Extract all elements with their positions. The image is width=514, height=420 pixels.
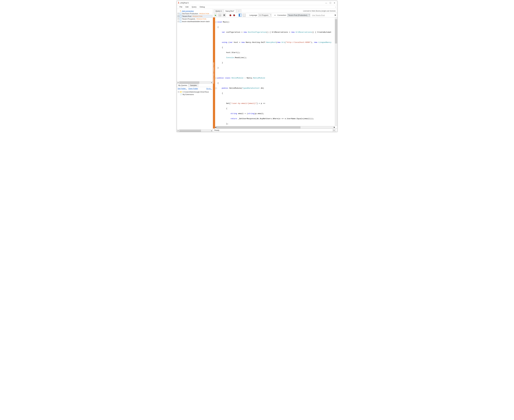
debug-red-icon[interactable]: 🐞 (229, 14, 232, 16)
language-select[interactable]: C# Program (258, 14, 271, 17)
left-pane: ✶ Add connection + SeoTools-Production P… (177, 9, 213, 132)
sparkle-icon: ✶ (180, 10, 181, 12)
connection-tessin-prod[interactable]: + Tessin-Prod PRODUCTION (177, 15, 212, 18)
use-connection-link[interactable]: Use Tessin-Prod (312, 14, 325, 16)
menubar: File Edit Query Debug » (177, 5, 337, 9)
expander-icon[interactable]: + (178, 21, 179, 22)
status-ready: Ready (214, 129, 219, 131)
layout-grid-button[interactable] (243, 14, 246, 17)
close-button[interactable]: ✕ (334, 2, 335, 4)
layout-split-button[interactable] (239, 14, 242, 17)
database-icon (180, 13, 181, 15)
production-tag: PRODUCTION (199, 13, 209, 15)
add-connection-row[interactable]: ✶ Add connection (177, 10, 212, 12)
folder-path: C:\Users\Niels\Google Drive\Tessi (183, 91, 209, 93)
status-indicator: /o- (333, 129, 336, 131)
queries-panel: My Queries Samples Set Folder... Open Fo… (177, 83, 213, 132)
set-folder-link[interactable]: Set Folder... (178, 88, 187, 90)
add-connection-link[interactable]: Add connection (182, 10, 194, 12)
license-text: Licensed to Niels Bosma (single-user lic… (303, 10, 336, 12)
document-tabs: Query 1 NancyTest* + Licensed to Niels B… (213, 9, 337, 13)
editor-vscroll[interactable] (335, 17, 337, 126)
connection-slackleads[interactable]: + tessin-slackleadsbidder.tessin-slack (177, 20, 212, 23)
connection-label: tessin-slackleadsbidder.tessin-slack (182, 21, 210, 22)
menu-overflow-icon[interactable]: » (335, 6, 336, 8)
tab-samples[interactable]: Samples (189, 84, 198, 87)
connection-seotools[interactable]: + SeoTools-Production PRODUCTION (177, 12, 212, 15)
maximize-button[interactable]: ☐ (329, 2, 331, 4)
folder-icon: 📁 (180, 91, 182, 93)
connections-hscroll[interactable]: ◄ ► (177, 81, 213, 83)
run-button[interactable]: ▶ (214, 14, 217, 17)
minimize-button[interactable]: — (325, 2, 327, 4)
expander-icon[interactable]: + (178, 15, 179, 17)
statusbar: Ready /o- (213, 128, 337, 132)
tab-nancytest[interactable]: NancyTest* (224, 9, 236, 13)
connection-label: SeoTools-Production (182, 13, 198, 15)
titlebar: λ LINQPad 5 — ☐ ✕ (177, 1, 337, 5)
debug-blue-icon[interactable]: 🐞 (233, 14, 235, 16)
toolbar: ▶ ❚❚ 🐞 🐞 Language C# Program ⇔ Connectio… (213, 13, 337, 17)
tab-query1[interactable]: Query 1 (214, 9, 223, 13)
production-tag: PRODUCTION (193, 15, 202, 17)
database-icon (180, 15, 182, 17)
goto-link[interactable]: Go to... (206, 88, 212, 90)
menu-debug[interactable]: Debug (198, 6, 206, 8)
connection-label: Connection (277, 14, 286, 16)
my-extensions-row[interactable]: 📄 My Extensions (178, 93, 212, 96)
tab-add-button[interactable]: + (236, 9, 241, 13)
menu-edit[interactable]: Edit (184, 6, 190, 8)
menu-query[interactable]: Query (190, 6, 198, 8)
expander-icon[interactable]: + (178, 91, 179, 93)
my-extensions-label: My Extensions (183, 93, 194, 96)
connection-tessin-prospects[interactable]: + Tessin-Prospects PRODUCTION (177, 18, 212, 20)
language-label: Language (249, 14, 257, 16)
expander-icon[interactable]: + (178, 13, 179, 14)
production-tag: PRODUCTION (196, 18, 206, 20)
file-icon: 📄 (180, 93, 182, 96)
editor-hscroll[interactable]: ◄ ► (215, 126, 335, 128)
open-folder-link[interactable]: Open Folder (188, 88, 198, 90)
production-strip: PRODUCTION CONNECTION (213, 17, 215, 128)
menu-file[interactable]: File (178, 6, 184, 8)
window-title: LINQPad 5 (180, 2, 325, 4)
tab-my-queries[interactable]: My Queries (177, 84, 189, 87)
database-icon (180, 18, 181, 20)
connection-arrow-icon: ⇔ (274, 14, 276, 16)
connection-label: Tessin-Prospects (182, 18, 195, 20)
expander-icon[interactable]: + (178, 18, 179, 20)
code-editor[interactable]: -void Main() { var configuration = new H… (215, 17, 337, 128)
app-logo-icon: λ (178, 1, 179, 4)
queries-hscroll[interactable]: ◄ ► (177, 129, 213, 132)
close-tab-button[interactable]: ✕ (334, 14, 336, 16)
app-window: λ LINQPad 5 — ☐ ✕ File Edit Query Debug … (177, 1, 337, 132)
connections-tree: ✶ Add connection + SeoTools-Production P… (177, 9, 213, 81)
pause-button[interactable]: ❚❚ (218, 14, 222, 17)
queries-folder-row[interactable]: + 📁 C:\Users\Niels\Google Drive\Tessi (178, 91, 212, 93)
connection-label: Tessin-Prod (182, 15, 191, 17)
connection-select[interactable]: Tessin-Prod (Production) (287, 14, 310, 17)
stop-button[interactable] (223, 14, 226, 17)
database-icon (180, 21, 181, 22)
right-pane: Query 1 NancyTest* + Licensed to Niels B… (213, 9, 337, 132)
